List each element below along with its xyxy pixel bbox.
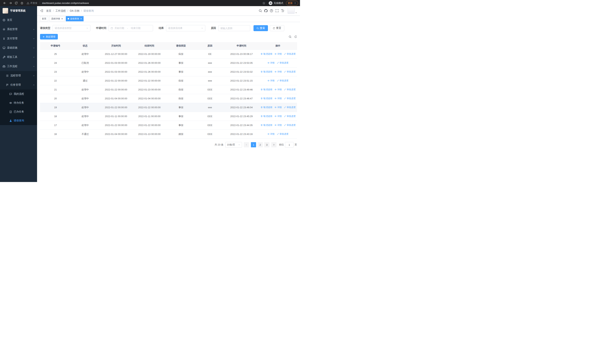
cancel-leave-link[interactable]: 取消请假 [261,52,272,56]
refresh-table-icon[interactable] [294,35,297,38]
sidebar-item-infrastructure[interactable]: 基础设施 [0,43,37,52]
approval-progress-link[interactable]: 审批进度 [284,115,296,118]
detail-link[interactable]: 详情 [274,52,282,56]
search-button[interactable]: 搜索 [253,25,268,31]
tab-item[interactable]: 流程详情× [49,16,65,21]
page-button-3[interactable]: 3 [264,142,269,147]
table-row: 20处理中2022-01-04 00:00:002022-01-04 00:00… [40,94,297,103]
chevron-down-icon [238,144,240,146]
sidebar-item-todo-tasks[interactable]: 待办任务 [0,98,37,107]
detail-link[interactable]: 详情 [267,132,275,136]
sidebar-item-done-tasks[interactable]: 已办任务 [0,107,37,116]
fullscreen-icon[interactable] [275,9,279,12]
sidebar-item-label: 我的流程 [14,92,24,96]
cell-reason: EEE [196,94,224,103]
gear-icon [3,28,5,31]
sidebar-item-workflow[interactable]: 工作流程 [0,62,37,71]
close-tab-icon[interactable]: × [61,18,63,20]
approval-progress-link[interactable]: 审批进度 [284,52,296,56]
detail-link[interactable]: 详情 [274,88,282,91]
detail-link[interactable]: 详情 [274,124,282,127]
browser-home-icon[interactable] [20,1,24,5]
clipboard-check-icon [9,111,12,113]
approval-progress-link[interactable]: 审批进度 [284,106,296,109]
github-icon[interactable] [264,9,268,12]
sidebar-item-system[interactable]: 系统管理 [0,25,37,34]
sidebar-item-task-management[interactable]: 任务管理 [0,80,37,90]
close-tab-icon[interactable]: × [80,18,82,20]
sidebar-item-dev-tools[interactable]: 研发工具 [0,52,37,62]
detail-link[interactable]: 详情 [267,61,275,65]
approval-progress-link[interactable]: 审批进度 [277,61,289,65]
font-size-icon[interactable] [281,9,284,12]
leave-type-select[interactable]: 请选择请假类型 [53,25,90,31]
cancel-leave-link[interactable]: 取消请假 [261,115,272,118]
screen: 不安全 dashboard.yudao.iocoder.cn/bpm/oa/le… [0,0,300,182]
approval-progress-link[interactable]: 审批进度 [284,124,296,127]
cancel-leave-link[interactable]: 取消请假 [261,88,272,91]
logo[interactable]: 芋道管理系统 [0,6,37,15]
breadcrumb-item[interactable]: 首页 [46,9,51,12]
breadcrumb-item[interactable]: 工作流程 [56,9,66,12]
apply-time-range-picker[interactable]: 开始日期 - 结束日期 [109,25,153,31]
detail-link[interactable]: 详情 [267,79,275,82]
sidebar-item-leave-query[interactable]: 请假查询 [0,116,37,125]
tab-item[interactable]: 首页 [40,16,48,21]
detail-link[interactable]: 详情 [274,97,282,100]
browser-forward-icon[interactable] [9,1,12,5]
cell-reason: EEE [196,85,224,94]
cancel-leave-link[interactable]: 取消请假 [261,106,272,109]
incognito-badge: 无痕模式 [269,1,283,5]
approval-progress-link[interactable]: 审批进度 [284,88,296,91]
browser-back-icon[interactable] [3,1,6,5]
cell-leave-type: 事假 [166,121,196,130]
browser-reload-icon[interactable] [15,1,18,5]
sidebar-item-my-process[interactable]: 我的流程 [0,90,37,98]
prev-page-button[interactable] [244,142,249,147]
breadcrumb-item[interactable]: OA 示例 [70,9,79,12]
sidebar-item-process-management[interactable]: 流程管理 [0,71,37,80]
detail-link[interactable]: 详情 [274,70,282,73]
bookmark-star-icon[interactable] [262,2,265,5]
sidebar-item-home[interactable]: 首页 [0,15,37,25]
cell-operations: 取消请假详情审批进度 [259,67,297,76]
result-select[interactable]: 请选择流结果 [166,25,205,31]
security-status[interactable]: 不安全 [27,1,38,5]
detail-link[interactable]: 详情 [274,115,282,118]
tab-item[interactable]: 请假查询× [66,16,84,21]
approval-progress-link[interactable]: 审批进度 [284,70,296,73]
browser-update-button[interactable]: 更新 [286,1,298,6]
approval-progress-link[interactable]: 审批进度 [277,79,289,82]
goto-page: 前往 页 [279,142,297,148]
cell-apply-id: 17 [40,121,71,130]
cancel-leave-link[interactable]: 取消请假 [261,124,272,127]
cell-operations: 详情审批进度 [259,76,297,85]
cell-reason: eee [196,103,224,112]
page-button-1[interactable]: 1 [251,142,256,147]
cancel-leave-link[interactable]: 取消请假 [261,97,272,100]
page-size-select[interactable]: 10条/页 [225,142,242,148]
user-menu[interactable] [288,8,297,14]
reset-button[interactable]: 重置 [270,25,284,31]
column-header: 结束时间 [133,42,166,50]
page-button-2[interactable]: 2 [258,142,263,147]
sidebar-item-payment[interactable]: 支付管理 [0,34,37,43]
approval-progress-link[interactable]: 审批进度 [284,97,296,100]
toggle-search-icon[interactable] [289,35,291,38]
sidebar-collapse-icon[interactable] [40,9,43,12]
browser-menu-icon[interactable] [294,2,296,4]
breadcrumb-separator: / [81,9,82,12]
address-bar[interactable]: 不安全 dashboard.yudao.iocoder.cn/bpm/oa/le… [27,1,259,6]
search-icon[interactable] [259,9,262,12]
detail-link[interactable]: 详情 [274,106,282,109]
cell-leave-type: 事假 [166,112,196,121]
next-page-button[interactable] [271,142,276,147]
reason-input[interactable] [218,25,250,31]
goto-page-input[interactable] [285,142,293,148]
help-icon[interactable] [270,9,273,12]
approval-progress-link[interactable]: 审批进度 [277,132,289,136]
cancel-leave-link[interactable]: 取消请假 [261,70,272,73]
cell-end-time: 2022-01-04 00:00:00 [133,94,166,103]
create-leave-button[interactable]: 发起请假 [40,34,58,39]
cell-end-time: 2022-01-26 00:00:00 [133,67,166,76]
